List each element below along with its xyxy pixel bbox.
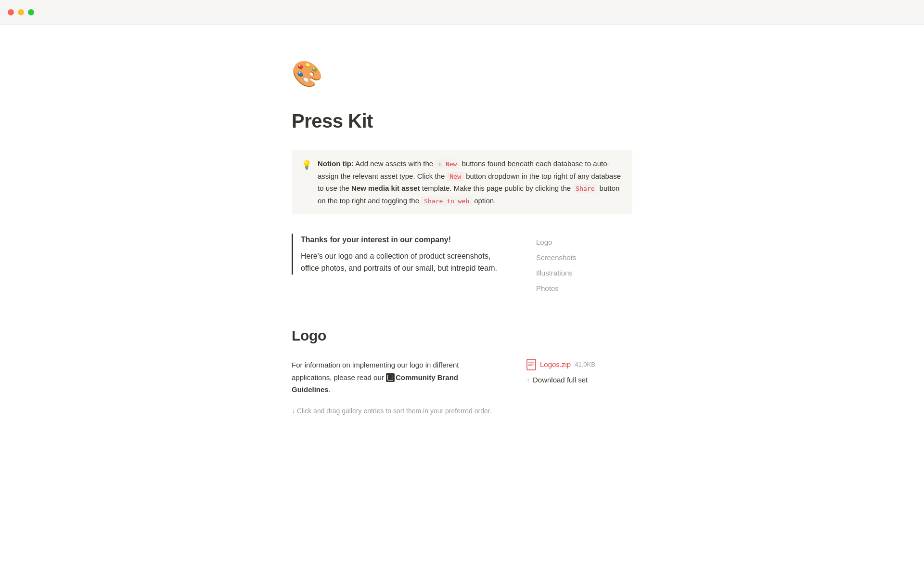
traffic-lights [8, 9, 34, 15]
tip-bold-template: New media kit asset [351, 184, 420, 192]
intro-left: Thanks for your interest in our company!… [292, 234, 507, 275]
nav-link-screenshots[interactable]: Screenshots [536, 251, 632, 264]
intro-tagline: Thanks for your interest in our company! [301, 234, 507, 246]
file-item-logos: Logos.zip 41.0KB [526, 359, 632, 370]
tip-text-before-new: Add new assets with the [354, 159, 435, 168]
tip-label: Notion tip: [318, 159, 354, 168]
tip-text-end: option. [472, 197, 496, 205]
zip-file-icon [526, 359, 536, 370]
tip-callout: 💡 Notion tip: Add new assets with the + … [292, 150, 632, 214]
window-chrome [0, 0, 924, 25]
logo-description: For information on implementing our logo… [292, 359, 498, 396]
upload-icon: ↑ [526, 375, 530, 385]
sort-hint: ↓ Click and drag gallery entries to sort… [292, 406, 632, 416]
tip-text-after-template: template. Make this page public by click… [420, 184, 573, 192]
notion-page-icon [386, 373, 395, 382]
nav-link-photos[interactable]: Photos [536, 282, 632, 295]
logo-desc-after: . [329, 385, 331, 394]
minimize-button[interactable] [18, 9, 24, 15]
new-badge-1: + New [435, 159, 460, 169]
close-button[interactable] [8, 9, 14, 15]
tip-text: Notion tip: Add new assets with the + Ne… [318, 158, 623, 207]
page-title: Press Kit [292, 105, 632, 136]
tip-icon: 💡 [301, 158, 312, 207]
share-badge: Share [573, 184, 597, 193]
intro-nav: Logo Screenshots Illustrations Photos [536, 236, 632, 295]
logo-files-block: Logos.zip 41.0KB ↑ Download full set [526, 359, 632, 386]
intro-description: Here's our logo and a collection of prod… [301, 250, 507, 275]
download-label: Download full set [533, 374, 588, 386]
maximize-button[interactable] [28, 9, 34, 15]
page-icon: 🎨 [292, 54, 632, 94]
file-name: Logos.zip [540, 359, 571, 370]
logo-description-block: For information on implementing our logo… [292, 359, 498, 396]
logo-section: Logo For information on implementing our… [292, 324, 632, 416]
file-size: 41.0KB [575, 360, 595, 370]
new-badge-2: New [447, 172, 463, 181]
svg-rect-0 [527, 359, 536, 370]
download-full-set-button[interactable]: ↑ Download full set [526, 374, 632, 386]
page-content: 🎨 Press Kit 💡 Notion tip: Add new assets… [245, 25, 679, 493]
nav-link-illustrations[interactable]: Illustrations [536, 266, 632, 280]
share-web-badge: Share to web [421, 197, 472, 206]
nav-link-logo[interactable]: Logo [536, 236, 632, 249]
logo-section-title: Logo [292, 324, 632, 347]
intro-section: Thanks for your interest in our company!… [292, 234, 632, 295]
logo-two-col: For information on implementing our logo… [292, 359, 632, 396]
